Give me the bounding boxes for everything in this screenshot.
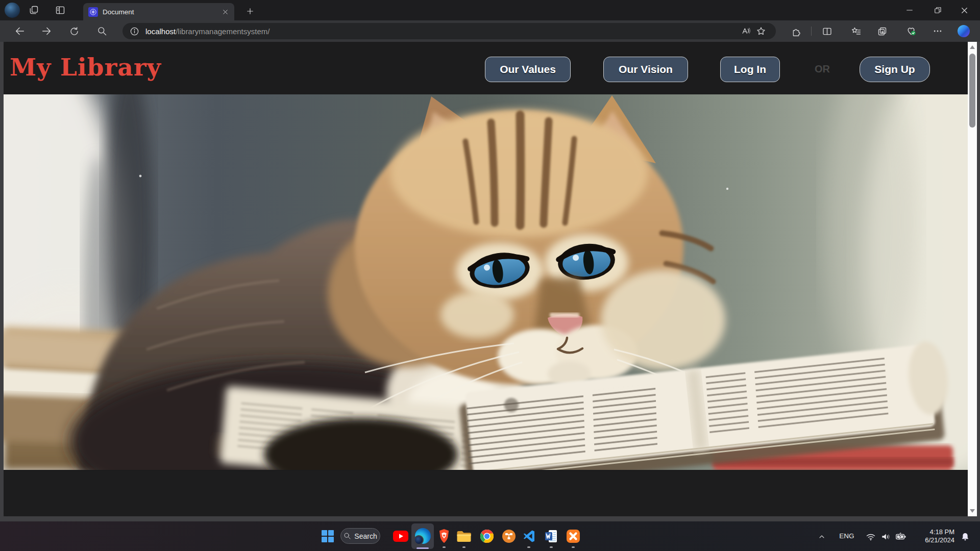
word-running-dot bbox=[550, 546, 553, 548]
browser-tab[interactable]: Document bbox=[83, 3, 234, 20]
diagram-app-icon[interactable] bbox=[499, 528, 519, 544]
new-tab-icon[interactable] bbox=[243, 5, 257, 17]
speaker-icon[interactable] bbox=[879, 530, 892, 543]
refresh-icon[interactable] bbox=[66, 24, 82, 38]
favorite-star-icon[interactable] bbox=[753, 24, 769, 38]
page-scrollbar[interactable] bbox=[968, 42, 977, 516]
xampp-icon[interactable] bbox=[563, 528, 583, 544]
address-bar[interactable]: localhost/librarymanagementsystem/ bbox=[122, 23, 776, 39]
collections-icon[interactable] bbox=[874, 24, 890, 38]
window-frame-right bbox=[977, 42, 980, 516]
scrollbar-down-arrow[interactable] bbox=[970, 509, 975, 513]
file-explorer-icon[interactable] bbox=[454, 528, 474, 544]
notification-bell-icon[interactable] bbox=[959, 530, 972, 543]
window-restore-button[interactable] bbox=[925, 0, 950, 20]
profile-avatar[interactable] bbox=[5, 3, 20, 18]
webpage-content: My Library Our Values Our Vision Log In … bbox=[4, 42, 968, 516]
our-values-button[interactable]: Our Values bbox=[485, 57, 571, 82]
toolbar-divider bbox=[811, 27, 812, 36]
split-screen-icon[interactable] bbox=[819, 24, 835, 38]
vertical-tabs-icon[interactable] bbox=[53, 4, 67, 16]
tray-time: 4:18 PM bbox=[914, 528, 954, 536]
xampp-running-dot bbox=[572, 546, 575, 548]
browser-essentials-icon[interactable] bbox=[903, 24, 919, 38]
url-text[interactable]: localhost/librarymanagementsystem/ bbox=[145, 27, 738, 36]
sign-up-button[interactable]: Sign Up bbox=[860, 57, 930, 82]
site-header: My Library Our Values Our Vision Log In … bbox=[4, 42, 968, 94]
vscode-running-dot bbox=[527, 546, 530, 548]
hero-image bbox=[4, 94, 968, 470]
tray-date: 6/21/2024 bbox=[914, 536, 954, 544]
tray-chevron-up-icon[interactable] bbox=[815, 530, 828, 543]
taskbar-search-icon bbox=[344, 532, 351, 540]
site-info-icon[interactable] bbox=[130, 27, 139, 36]
tab-favicon-icon bbox=[88, 7, 98, 17]
file-explorer-running-dot bbox=[462, 546, 465, 548]
edge-active-indicator bbox=[416, 547, 429, 549]
window-close-button[interactable] bbox=[951, 0, 977, 20]
word-icon[interactable] bbox=[541, 528, 561, 544]
tray-clock[interactable]: 4:18 PM 6/21/2024 bbox=[914, 528, 954, 544]
brave-browser-icon[interactable] bbox=[434, 528, 454, 544]
log-in-button[interactable]: Log In bbox=[720, 57, 780, 82]
start-button-icon[interactable] bbox=[317, 528, 338, 544]
edge-browser-icon[interactable] bbox=[412, 528, 433, 544]
scrollbar-thumb[interactable] bbox=[969, 54, 975, 128]
page-lower-section bbox=[4, 471, 968, 516]
site-logo-text: My Library bbox=[10, 53, 161, 81]
extensions-icon[interactable] bbox=[788, 24, 804, 38]
our-vision-button[interactable]: Our Vision bbox=[603, 57, 688, 82]
toolbar-search-icon[interactable] bbox=[94, 24, 110, 38]
copilot-icon[interactable] bbox=[955, 24, 972, 38]
chrome-icon[interactable] bbox=[477, 528, 497, 544]
tab-title: Document bbox=[103, 8, 222, 16]
window-frame-left bbox=[0, 42, 4, 516]
brave-running-dot bbox=[443, 546, 446, 548]
youtube-icon[interactable] bbox=[390, 528, 411, 544]
scrollbar-up-arrow[interactable] bbox=[970, 45, 975, 49]
browser-toolbar: localhost/librarymanagementsystem/ bbox=[0, 20, 980, 42]
tab-actions-icon[interactable] bbox=[27, 4, 41, 16]
favorites-bar-icon[interactable] bbox=[848, 24, 864, 38]
window-minimize-button[interactable] bbox=[897, 0, 922, 20]
window-frame-bottom bbox=[0, 516, 980, 521]
tray-language[interactable]: ENG bbox=[838, 532, 855, 540]
back-icon[interactable] bbox=[12, 24, 28, 38]
battery-icon[interactable] bbox=[894, 530, 908, 543]
wifi-icon[interactable] bbox=[864, 530, 877, 543]
tab-close-icon[interactable] bbox=[222, 8, 229, 16]
taskbar-search[interactable]: Search bbox=[340, 528, 380, 544]
browser-titlebar: Document bbox=[0, 0, 980, 20]
forward-icon[interactable] bbox=[39, 24, 54, 38]
or-separator-text: OR bbox=[808, 63, 837, 75]
read-aloud-icon[interactable] bbox=[738, 24, 753, 38]
settings-menu-icon[interactable] bbox=[929, 24, 946, 38]
taskbar-search-label: Search bbox=[354, 532, 377, 540]
vscode-icon[interactable] bbox=[519, 528, 539, 544]
url-path: /librarymanagementsystem/ bbox=[176, 27, 270, 36]
url-host: localhost bbox=[145, 27, 176, 36]
windows-taskbar: Search ENG bbox=[0, 521, 980, 551]
